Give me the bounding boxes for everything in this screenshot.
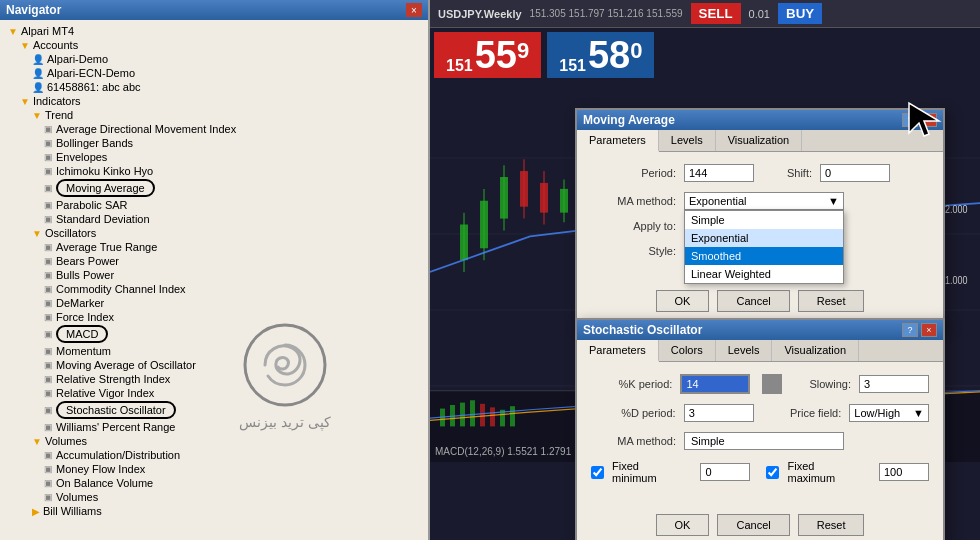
tree-momentum[interactable]: ▣Momentum	[0, 344, 428, 358]
rsi-icon: ▣	[44, 374, 53, 384]
logo-svg	[240, 320, 330, 410]
sell-button[interactable]: SELL	[691, 3, 741, 24]
tree-moving-average[interactable]: ▣ Moving Average	[0, 178, 428, 198]
stoch-tab-levels[interactable]: Levels	[716, 340, 773, 361]
svg-rect-29	[470, 400, 475, 426]
tree-oscillators[interactable]: ▼ Oscillators	[0, 226, 428, 240]
tree-root-alpari[interactable]: ▼ Alpari MT4	[0, 24, 428, 38]
tree-account-demo[interactable]: 👤 Alpari-Demo	[0, 52, 428, 66]
accum-icon: ▣	[44, 450, 53, 460]
ma-ok-button[interactable]: OK	[656, 290, 710, 312]
alpari-label: Alpari MT4	[21, 25, 74, 37]
tree-cci[interactable]: ▣Commodity Channel Index	[0, 282, 428, 296]
tree-accum[interactable]: ▣Accumulation/Distribution	[0, 448, 428, 462]
billwilliams-folder-icon: ▶	[32, 506, 40, 517]
stoch-fixedmax-checkbox[interactable]	[766, 466, 779, 479]
stoch-tab-visualization[interactable]: Visualization	[772, 340, 859, 361]
stoch-icon: ▣	[44, 405, 53, 415]
stoch-ok-button[interactable]: OK	[656, 514, 710, 536]
svg-rect-31	[490, 407, 495, 426]
ma-option-simple[interactable]: Simple	[685, 211, 843, 229]
navigator-titlebar: Navigator ×	[0, 0, 428, 20]
ma-tab-visualization[interactable]: Visualization	[716, 130, 803, 151]
tree-volumes-group[interactable]: ▼ Volumes	[0, 434, 428, 448]
stoch-slowing-input[interactable]	[859, 375, 929, 393]
tree-account-num[interactable]: 👤 61458861: abc abc	[0, 80, 428, 94]
tree-bollinger[interactable]: ▣Bollinger Bands	[0, 136, 428, 150]
tree-parabolic[interactable]: ▣Parabolic SAR	[0, 198, 428, 212]
stoch-pricefield-select[interactable]: Low/High ▼	[849, 404, 929, 422]
stoch-kperiod-label: %K period:	[591, 378, 672, 390]
tree-mfi[interactable]: ▣Money Flow Index	[0, 462, 428, 476]
atr-icon: ▣	[44, 242, 53, 252]
tree-obv[interactable]: ▣On Balance Volume	[0, 476, 428, 490]
tree-mao[interactable]: ▣Moving Average of Oscillator	[0, 358, 428, 372]
mfi-icon: ▣	[44, 464, 53, 474]
stoch-dialog-buttons: OK Cancel Reset	[577, 506, 943, 540]
tree-rvi[interactable]: ▣Relative Vigor Index	[0, 386, 428, 400]
stoch-dialog-title-buttons: ? ×	[902, 323, 937, 337]
buy-button[interactable]: BUY	[778, 3, 822, 24]
ma-tab-parameters[interactable]: Parameters	[577, 130, 659, 152]
ma-cancel-button[interactable]: Cancel	[717, 290, 789, 312]
admi-icon: ▣	[44, 124, 53, 134]
svg-point-0	[245, 325, 325, 405]
ma-dialog-title: Moving Average	[583, 113, 675, 127]
tree-macd[interactable]: ▣ MACD	[0, 324, 428, 344]
price-right-display: 151 58 0	[547, 32, 654, 78]
macd-label: MACD(12,26,9) 1.5521 1.2791	[435, 446, 571, 457]
ma-period-input[interactable]	[684, 164, 754, 182]
stoch-fixedmin-input[interactable]	[700, 463, 750, 481]
tree-billwilliams[interactable]: ▶ Bill Williams	[0, 504, 428, 518]
ma-icon: ▣	[44, 183, 53, 193]
tree-williams[interactable]: ▣Williams' Percent Range	[0, 420, 428, 434]
ma-dialog-titlebar: Moving Average ? ×	[577, 110, 943, 130]
stoch-fixedmax-input[interactable]	[879, 463, 929, 481]
tree-indicators[interactable]: ▼ Indicators	[0, 94, 428, 108]
stoch-dialog-body: %K period: Slowing: %D period: Price fie…	[577, 362, 943, 506]
tree-atr[interactable]: ▣Average True Range	[0, 240, 428, 254]
stoch-dialog-help-button[interactable]: ?	[902, 323, 918, 337]
ma-option-exponential[interactable]: Exponential	[685, 229, 843, 247]
ichimoku-icon: ▣	[44, 166, 53, 176]
stoch-kperiod-input[interactable]	[680, 374, 750, 394]
ma-tab-levels[interactable]: Levels	[659, 130, 716, 151]
stoch-dperiod-input[interactable]	[684, 404, 754, 422]
stoch-reset-button[interactable]: Reset	[798, 514, 865, 536]
logo-area: کپی ترید بیزنس	[220, 310, 350, 440]
tree-admi[interactable]: ▣Average Directional Movement Index	[0, 122, 428, 136]
ma-dialog-help-button[interactable]: ?	[902, 113, 918, 127]
chart-symbol: USDJPY.Weekly	[438, 8, 522, 20]
account-num-label: 61458861: abc abc	[47, 81, 141, 93]
stoch-tab-colors[interactable]: Colors	[659, 340, 716, 361]
tree-stddev[interactable]: ▣Standard Deviation	[0, 212, 428, 226]
tree-bears[interactable]: ▣Bears Power	[0, 254, 428, 268]
stoch-dperiod-label: %D period:	[591, 407, 676, 419]
stoch-mamethod-value[interactable]: Simple	[684, 432, 844, 450]
stoch-cancel-button[interactable]: Cancel	[717, 514, 789, 536]
tree-trend[interactable]: ▼ Trend	[0, 108, 428, 122]
mfi-label: Money Flow Index	[56, 463, 145, 475]
tree-accounts[interactable]: ▼ Accounts	[0, 38, 428, 52]
tree-rsi[interactable]: ▣Relative Strength Index	[0, 372, 428, 386]
tree-ichimoku[interactable]: ▣Ichimoku Kinko Hyo	[0, 164, 428, 178]
ma-method-select[interactable]: Exponential ▼	[684, 192, 844, 210]
tree-volumes[interactable]: ▣Volumes	[0, 490, 428, 504]
stoch-fixedmin-checkbox[interactable]	[591, 466, 604, 479]
ma-reset-button[interactable]: Reset	[798, 290, 865, 312]
tree-demarker[interactable]: ▣DeMarker	[0, 296, 428, 310]
ma-option-smoothed[interactable]: Smoothed	[685, 247, 843, 265]
tree-envelopes[interactable]: ▣Envelopes	[0, 150, 428, 164]
tree-bulls[interactable]: ▣Bulls Power	[0, 268, 428, 282]
stoch-tab-parameters[interactable]: Parameters	[577, 340, 659, 362]
ma-shift-input[interactable]	[820, 164, 890, 182]
tree-force[interactable]: ▣Force Index	[0, 310, 428, 324]
stoch-pricefield-value: Low/High	[854, 407, 900, 419]
tree-stochastic[interactable]: ▣ Stochastic Oscillator	[0, 400, 428, 420]
ma-dialog-close-button[interactable]: ×	[921, 113, 937, 127]
navigator-close-button[interactable]: ×	[406, 3, 422, 17]
stoch-mamethod-label: MA method:	[591, 435, 676, 447]
ma-option-linear[interactable]: Linear Weighted	[685, 265, 843, 283]
stoch-dialog-close-button[interactable]: ×	[921, 323, 937, 337]
tree-account-ecn[interactable]: 👤 Alpari-ECN-Demo	[0, 66, 428, 80]
